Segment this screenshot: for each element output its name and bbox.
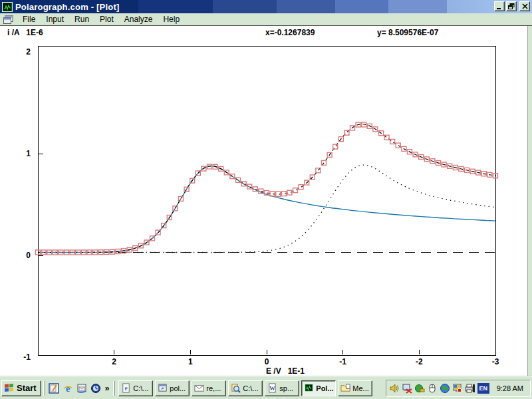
y-axis-title: i /A 1E-6 xyxy=(7,28,43,37)
task-button-label: Me... xyxy=(352,384,368,392)
menu-item-input[interactable]: Input xyxy=(41,14,69,25)
task-button-3[interactable]: re,... xyxy=(192,380,226,396)
tray-icons xyxy=(389,383,475,394)
outlook-express-icon[interactable] xyxy=(76,382,88,394)
display-settings-icon[interactable] xyxy=(452,383,463,394)
taskbar-divider[interactable] xyxy=(43,381,45,396)
polarograph-icon xyxy=(304,383,314,393)
network-offline-icon[interactable] xyxy=(402,383,412,394)
start-label: Start xyxy=(17,383,37,393)
cursor-x-readout: x=-0.1267839 xyxy=(265,28,315,37)
plot-client-area: 210-1-2-3210-1 i /A 1E-6 x=-0.1267839 y=… xyxy=(0,25,532,376)
cursor-y-readout: y= 8.509576E-07 xyxy=(377,28,438,37)
task-button-6[interactable]: Pol... xyxy=(301,380,336,396)
printer-icon[interactable] xyxy=(465,383,475,394)
close-icon[interactable] xyxy=(519,1,530,11)
menu-items: FileInputRunPlotAnalyzeHelp xyxy=(17,14,185,25)
x-tick-label: -3 xyxy=(492,357,499,366)
plot-document-icon[interactable] xyxy=(3,15,13,24)
x-tick-label: 0 xyxy=(265,357,269,366)
task-button-label: pol... xyxy=(170,384,186,392)
task-button-label: C:\... xyxy=(243,384,258,392)
menu-item-help[interactable]: Help xyxy=(158,14,185,25)
title-bar: Polarograph.com - [Plot] xyxy=(0,0,532,13)
window-icon xyxy=(158,383,168,393)
x-axis-title: E /V 1E-1 xyxy=(266,366,305,376)
mouse-icon[interactable] xyxy=(427,383,438,394)
y-tick-label: 2 xyxy=(26,47,31,57)
task-button-1[interactable]: eC:\... xyxy=(118,380,153,396)
x-tick-label: -1 xyxy=(339,357,346,366)
system-tray: EN 9:28 AM xyxy=(386,380,531,397)
task-button-label: re,... xyxy=(206,384,221,392)
task-button-7[interactable]: Me... xyxy=(338,380,372,396)
plot-frame xyxy=(38,46,495,355)
compose-message-icon[interactable] xyxy=(49,382,60,394)
search-icon xyxy=(231,383,241,393)
task-buttons: eC:\...pol...re,...C:\...Wsp...Pol...Me.… xyxy=(118,380,372,396)
y-tick-label: 0 xyxy=(26,251,31,260)
start-button[interactable]: Start xyxy=(1,380,41,396)
desktop: Polarograph.com - [Plot] FileInputRunPlo… xyxy=(0,0,532,399)
volume-icon[interactable] xyxy=(389,383,400,394)
taskbar-clock[interactable]: 9:28 AM xyxy=(491,384,526,392)
windows-flag-icon xyxy=(4,382,15,394)
quick-launch-more-chevron[interactable]: » xyxy=(103,384,112,393)
y-tick-label: -1 xyxy=(23,352,31,362)
restore-icon[interactable] xyxy=(506,1,517,11)
task-button-2[interactable]: pol... xyxy=(155,380,190,396)
taskbar: Start e » eC:\...pol...re,...C:\...Wsp..… xyxy=(0,376,532,399)
polarograph-wave-icon[interactable] xyxy=(2,2,13,12)
menu-item-analyze[interactable]: Analyze xyxy=(119,14,158,25)
plot-canvas[interactable]: 210-1-2-3210-1 xyxy=(0,26,532,377)
taskbar-divider[interactable] xyxy=(113,381,115,396)
task-button-label: sp... xyxy=(279,384,293,392)
internet-globe-icon[interactable] xyxy=(440,383,450,394)
ie-document-icon: e xyxy=(121,383,131,393)
svg-text:e: e xyxy=(125,385,128,392)
folder-icon xyxy=(340,383,350,393)
svg-text:e: e xyxy=(66,383,70,394)
menu-bar: FileInputRunPlotAnalyzeHelp xyxy=(0,13,532,25)
minimize-icon[interactable] xyxy=(494,1,505,11)
window-title: Polarograph.com - [Plot] xyxy=(15,2,119,12)
removable-device-icon[interactable] xyxy=(414,383,425,394)
x-tick-label: -2 xyxy=(416,357,423,366)
menu-item-file[interactable]: File xyxy=(17,14,41,25)
task-button-label: Pol... xyxy=(316,384,333,392)
task-button-4[interactable]: C:\... xyxy=(228,380,263,396)
task-button-label: C:\... xyxy=(133,384,148,392)
x-tick-label: 2 xyxy=(112,357,116,366)
mail-icon xyxy=(194,383,204,393)
y-tick-label: 1 xyxy=(26,149,31,158)
menu-item-run[interactable]: Run xyxy=(69,14,94,25)
window-controls xyxy=(494,1,530,11)
svg-text:W: W xyxy=(270,385,276,392)
window-border xyxy=(527,26,532,377)
media-player-icon[interactable] xyxy=(90,382,102,394)
language-indicator[interactable]: EN xyxy=(477,383,489,394)
quick-launch-bar: e xyxy=(47,382,103,394)
menu-item-plot[interactable]: Plot xyxy=(94,14,119,25)
word-doc-icon: W xyxy=(267,383,277,393)
x-tick-label: 1 xyxy=(188,357,193,366)
task-button-5[interactable]: Wsp... xyxy=(265,380,299,396)
internet-explorer-icon[interactable]: e xyxy=(63,382,74,394)
